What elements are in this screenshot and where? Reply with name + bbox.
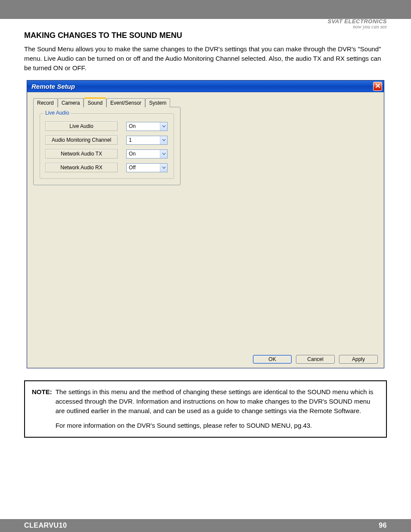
tab-system[interactable]: System xyxy=(145,98,170,107)
note-paragraph-1: The settings in this menu and the method… xyxy=(56,387,379,415)
row-network-audio-rx: Network Audio RX Off xyxy=(45,163,168,172)
apply-button[interactable]: Apply xyxy=(339,355,378,364)
row-network-audio-tx: Network Audio TX On xyxy=(45,149,168,159)
note-paragraph-2: For more information on the DVR's Sound … xyxy=(56,421,379,430)
live-audio-fieldset: Live Audio Live Audio On xyxy=(40,113,174,179)
chevron-down-icon xyxy=(160,122,167,131)
combo-value: 1 xyxy=(127,136,160,144)
combo-network-audio-rx[interactable]: Off xyxy=(126,163,168,172)
chevron-down-icon xyxy=(160,164,167,172)
tabstrip: Record Camera Sound Event/Sensor System xyxy=(33,98,378,107)
combo-network-audio-tx[interactable]: On xyxy=(126,149,168,159)
label-audio-monitoring-channel: Audio Monitoring Channel xyxy=(45,135,118,145)
dialog-button-row: OK Cancel Apply xyxy=(33,351,378,364)
footer-product: CLEARVU10 xyxy=(24,522,67,529)
combo-audio-monitoring-channel[interactable]: 1 xyxy=(126,136,168,145)
tab-camera[interactable]: Camera xyxy=(58,98,84,107)
row-audio-monitoring-channel: Audio Monitoring Channel 1 xyxy=(45,135,168,145)
chevron-down-icon xyxy=(160,136,167,144)
dialog-body: Record Camera Sound Event/Sensor System … xyxy=(27,92,384,368)
label-network-audio-tx: Network Audio TX xyxy=(45,149,118,159)
row-live-audio: Live Audio On xyxy=(45,121,168,131)
intro-text: The Sound Menu allows you to make the sa… xyxy=(24,44,387,72)
note-box: NOTE: The settings in this menu and the … xyxy=(24,380,387,438)
ok-button[interactable]: OK xyxy=(253,355,292,364)
combo-value: On xyxy=(127,122,160,131)
fieldset-legend: Live Audio xyxy=(44,110,71,116)
combo-value: Off xyxy=(127,164,160,172)
sound-panel: Live Audio Live Audio On xyxy=(33,107,181,185)
dialog-titlebar: Remote Setup xyxy=(27,81,384,92)
label-live-audio: Live Audio xyxy=(45,121,118,131)
combo-value: On xyxy=(127,150,160,158)
tab-record[interactable]: Record xyxy=(33,98,58,107)
note-text: The settings in this menu and the method… xyxy=(56,387,379,430)
combo-live-audio[interactable]: On xyxy=(126,122,168,131)
close-button[interactable] xyxy=(373,82,382,91)
chevron-down-icon xyxy=(160,150,167,158)
tab-event-sensor[interactable]: Event/Sensor xyxy=(106,98,145,107)
cancel-button[interactable]: Cancel xyxy=(296,355,335,364)
page-heading: MAKING CHANGES TO THE SOUND MENU xyxy=(24,31,387,40)
close-icon xyxy=(375,82,380,90)
footer-page-number: 96 xyxy=(379,522,387,529)
label-network-audio-rx: Network Audio RX xyxy=(45,163,118,172)
note-label: NOTE: xyxy=(32,387,56,430)
brand-tagline: now you can see xyxy=(24,24,387,30)
brand-block: SVAT ELECTRONICS now you can see xyxy=(24,18,387,30)
page-footer: CLEARVU10 96 xyxy=(0,519,411,532)
remote-setup-dialog: Remote Setup Record Camera Sound Event/S… xyxy=(27,80,384,368)
dialog-title: Remote Setup xyxy=(31,83,75,90)
tab-sound[interactable]: Sound xyxy=(84,98,106,107)
